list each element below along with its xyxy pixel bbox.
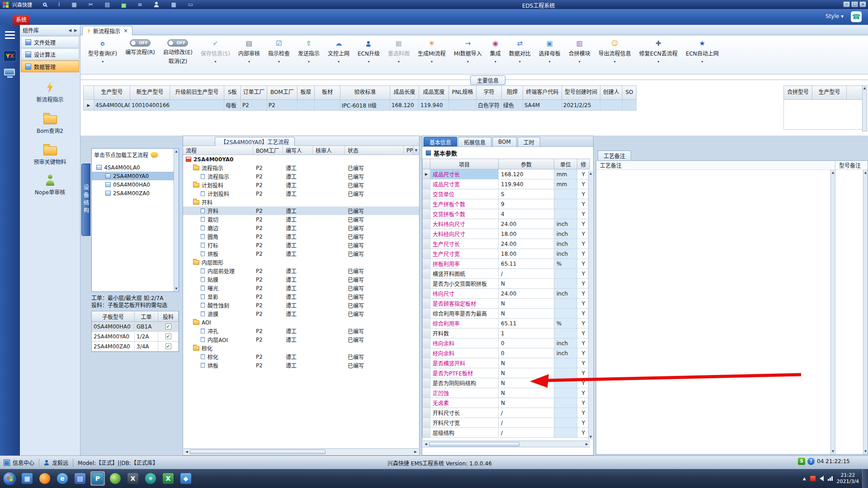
device-tree-item[interactable]: 2SA4M00YA0 [92,172,179,180]
toolbar-button-11[interactable]: →MI数据导入▾ [450,39,486,64]
param-row[interactable]: 是否为PTFE板材NY [422,368,593,378]
param-row[interactable]: 层级结构/Y [422,428,593,438]
flow-row[interactable]: 磨边P2谭工已编写 [183,224,419,232]
tab-extended-info[interactable]: 拓展信息 [458,137,491,146]
info-icon[interactable]: i [58,1,60,8]
toolbar-button-0[interactable]: 型号查询(F)▾ [84,39,121,64]
flow-row[interactable]: 烘板P2谭工已编写 [183,361,419,370]
dropdown-caret-icon[interactable]: ▾ [657,60,659,64]
start-button[interactable] [3,472,17,486]
device-tree-item[interactable]: 4SA4M00LA0 [92,163,179,172]
pin-right-icon[interactable]: ▶ [74,28,77,33]
scroll-left-icon[interactable]: ◀ [423,442,429,446]
save-icon[interactable]: ▤ [105,1,110,8]
model-remark-vscrollbar[interactable]: ▲▼ [863,170,868,454]
toolbar-button-14[interactable]: ▣选择母板▾ [535,39,565,64]
param-row[interactable]: 大料纬向尺寸24.00inchY [422,219,593,229]
dropdown-caret-icon[interactable]: ▾ [338,60,340,64]
scroll-left-icon[interactable]: ◀ [184,450,190,454]
param-row[interactable]: 横竖开料图纸/Y [422,269,593,279]
param-row[interactable]: 生产尺寸宽18.00inchY [422,249,593,259]
device-tree-vscrollbar[interactable]: ▲▼ [174,149,179,291]
tool-nope-audit[interactable]: Nope单审核 [20,174,80,196]
user-icon[interactable] [154,2,159,7]
sub-table-row[interactable]: 2SA4M00ZA03/4A✔ [92,342,179,352]
toolbar-button-16[interactable]: ☺导出流程信息▾ [594,39,635,64]
show-desktop-button[interactable] [862,469,868,488]
toolbar-button-1[interactable]: OFF编写流程(R) [121,39,159,56]
window-icon[interactable]: ▭ [188,1,193,8]
param-row[interactable]: 成品尺寸宽119.940mmY [422,179,593,189]
param-row[interactable]: 生产拼板个数9Y [422,199,593,209]
toolbar-button-8[interactable]: ECN升级▾ [354,39,384,64]
param-row[interactable]: 开料尺寸长/Y [422,408,593,418]
param-row[interactable]: 交货单位SY [422,189,593,199]
param-row[interactable]: 综合利用率是否为最高NY [422,309,593,319]
tool-new-flow-instruction[interactable]: 新流程指示 [20,81,80,103]
param-row[interactable]: 综合利用率65.11%Y [422,319,593,328]
model-remark-textarea[interactable] [835,170,863,454]
param-row[interactable]: 经向余料0inchY [422,348,593,358]
off-toggle[interactable]: OFF [130,39,151,47]
hamburger-menu-icon[interactable] [5,31,15,39]
tab-process-remark[interactable]: 工艺备注 [598,150,631,160]
windows-grid-taskbar-icon[interactable]: ▦ [20,471,34,486]
sub-table-row[interactable]: 0SA4M00HA0GB1A✔ [92,322,179,332]
eds-taskbar-icon[interactable]: P [90,471,105,486]
chart-icon[interactable]: ▅ [122,1,126,8]
process-remark-vscrollbar[interactable]: ▲▼ [830,170,835,454]
param-row[interactable]: 纬向余料0inchY [422,338,593,348]
show-hidden-icons[interactable]: ▲ [803,476,806,481]
dropdown-caret-icon[interactable]: ▾ [102,60,104,64]
system-menu-tab[interactable]: 系统 [13,15,30,25]
flow-row[interactable]: AOI [183,318,419,327]
dropdown-caret-icon[interactable]: ▾ [614,60,616,64]
flow-row[interactable]: 裁切P2谭工已编写 [183,215,419,224]
flow-row[interactable]: 烘板P2谭工已编写 [183,249,419,258]
flow-row[interactable]: 2SA4M00YA0 [183,155,419,164]
close-button[interactable]: × [859,1,866,7]
process-remark-textarea[interactable] [596,170,830,454]
flow-row[interactable]: 内层图形 [183,258,419,267]
flow-row[interactable]: 流程指示P2谭工已编写 [183,164,419,172]
sidebar-item-file-processing[interactable]: 文件处理 [21,36,79,48]
toolbar-button-6[interactable]: ⇧发送指示▾ [294,39,324,64]
flow-row[interactable]: 冲孔P2谭工已编写 [183,327,419,335]
disk-taskbar-icon[interactable]: ▤ [73,471,87,486]
flow-row[interactable]: 酸性蚀刻P2谭工已编写 [183,301,419,310]
param-row[interactable]: 是否为阴阳码结构NY [422,378,593,388]
toolbar-button-10[interactable]: ✳生成MI流程▾ [414,39,450,64]
flow-row[interactable]: 计划投料P2谭工已编写 [183,189,419,198]
toolbar-button-13[interactable]: ⇄数据对比▾ [505,39,535,64]
off-toggle[interactable]: OFF [167,39,188,47]
tool-preaudit-key-material[interactable]: 预审关键物料 [20,143,80,165]
flow-row[interactable]: 开料 [183,198,419,206]
dropdown-caret-icon[interactable]: ▾ [579,60,580,64]
dropdown-caret-icon[interactable]: ▾ [467,60,469,64]
taskbar-clock[interactable]: 21:22 2021/3/4 [837,472,859,485]
dropdown-caret-icon[interactable]: ▾ [248,60,250,64]
yx-logo-icon[interactable]: YX [4,51,16,61]
flow-row[interactable]: 打标P2谭工已编写 [183,241,419,249]
param-row[interactable]: 大料经向尺寸18.00inchY [422,229,593,239]
param-row[interactable]: 开料尺寸宽/Y [422,418,593,428]
computer-icon[interactable] [4,69,16,79]
param-row[interactable]: 开料数1Y [422,328,593,338]
sphere-taskbar-icon[interactable] [108,471,123,486]
flow-row[interactable]: 曝光P2谭工已编写 [183,284,419,292]
grid-icon[interactable]: ▦ [71,1,76,8]
maximize-button[interactable]: □ [851,1,858,7]
flow-row[interactable]: 棕化P2谭工已编写 [183,352,419,361]
gear-taskbar-icon[interactable]: ✳ [143,471,158,486]
dropdown-caret-icon[interactable]: ▾ [519,60,521,64]
param-row[interactable]: 交货拼板个数4Y [422,209,593,219]
flow-row[interactable]: 退膜P2谭工已编写 [183,310,419,318]
help-badge-icon[interactable]: ? [807,458,815,465]
main-info-selected-row[interactable]: ▶4SA4M00LA010010400166905母板P2P2IPC-6018 … [83,100,637,111]
flow-row[interactable]: 内层AOIP2谭工已编写 [183,335,419,344]
param-row[interactable]: 生产尺寸长24.00inchY [422,239,593,249]
dropdown-caret-icon[interactable]: ▾ [431,60,433,64]
feather-taskbar-icon[interactable]: ◆ [179,471,193,486]
toolbar-button-17[interactable]: ✚修复ECN丢流程▾ [635,39,682,64]
dropdown-caret-icon[interactable]: ▾ [214,60,216,64]
